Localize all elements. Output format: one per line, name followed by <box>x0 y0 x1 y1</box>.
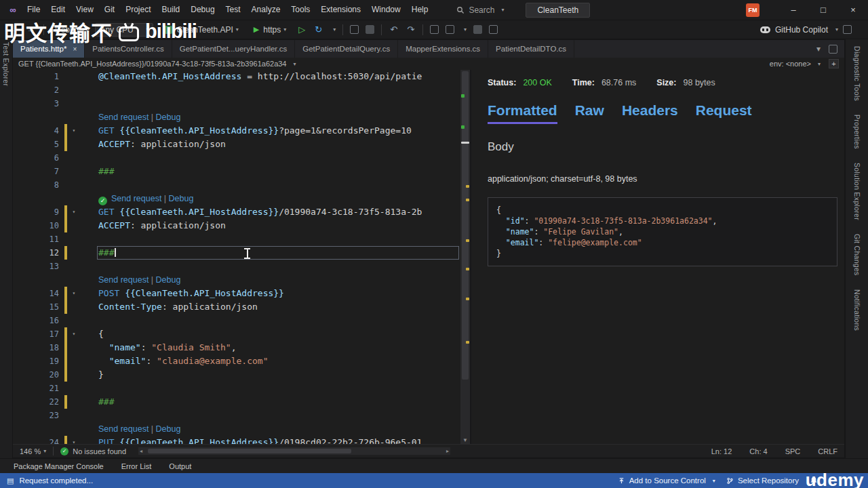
response-tab-formatted[interactable]: Formatted <box>488 102 557 124</box>
line-content[interactable]: PUT {{CleanTeeth.API_HostAddress}}/0198c… <box>97 436 459 444</box>
send-request-link[interactable]: Send request <box>98 113 149 122</box>
platform-dropdown[interactable]: Any CPU▾ <box>95 23 153 37</box>
menu-help[interactable]: Help <box>406 0 434 20</box>
select-repository-button[interactable]: Select Repository <box>726 476 799 485</box>
line-content[interactable]: Content-Type: application/json <box>97 300 459 314</box>
line-content[interactable] <box>97 178 459 192</box>
line-content[interactable] <box>97 232 459 246</box>
debug-request-link[interactable]: Debug <box>156 424 181 434</box>
panel-tab-output[interactable]: Output <box>169 462 191 470</box>
line-content[interactable]: POST {{CleanTeeth.API_HostAddress}} <box>97 287 459 300</box>
solution-name-badge[interactable]: CleanTeeth <box>526 3 590 18</box>
tab-mapperextensions-cs[interactable]: MapperExtensions.cs <box>398 40 488 58</box>
panel-tab-package-manager-console[interactable]: Package Manager Console <box>14 462 104 470</box>
hot-reload-icon[interactable]: ↻ <box>313 24 323 35</box>
fold-chevron-icon[interactable]: ▾ <box>68 287 79 300</box>
notifications-bell-icon[interactable] <box>810 476 818 485</box>
line-content[interactable]: Send request | Debug <box>97 273 459 287</box>
line-content[interactable] <box>97 382 459 395</box>
bookmark-icon[interactable] <box>473 25 482 34</box>
configuration-dropdown[interactable]: Debug▾ <box>51 24 88 36</box>
feedback-icon[interactable] <box>843 25 852 34</box>
line-content[interactable] <box>97 83 459 97</box>
tool-tab-test-explorer[interactable]: Test Explorer <box>2 42 10 445</box>
tab-patientdetaildto-cs[interactable]: PatientDetailDTO.cs <box>488 40 574 58</box>
debug-request-link[interactable]: Debug <box>156 275 181 285</box>
send-request-link[interactable]: Send request <box>111 194 161 203</box>
start-debugging-button[interactable]: ▶ https▾ <box>250 24 291 36</box>
redo-icon[interactable]: ↷ <box>406 24 416 35</box>
menu-file[interactable]: File <box>22 0 45 20</box>
spaces-indicator[interactable]: SPC <box>785 447 801 455</box>
send-request-link[interactable]: Send request <box>98 275 149 285</box>
line-content[interactable]: Send request | Debug <box>97 110 459 124</box>
line-content[interactable] <box>97 314 459 327</box>
line-content[interactable]: GET {{CleanTeeth.API_HostAddress}}?page=… <box>97 124 459 138</box>
add-environment-button[interactable]: + <box>829 59 839 68</box>
scrollbar-thumb[interactable] <box>462 71 469 380</box>
line-content[interactable]: ### <box>97 246 459 260</box>
user-avatar[interactable]: FM <box>746 3 760 17</box>
send-request-link[interactable]: Send request <box>98 424 149 434</box>
menu-edit[interactable]: Edit <box>45 0 71 20</box>
debug-request-link[interactable]: Debug <box>169 194 194 203</box>
line-content[interactable]: { <box>97 327 459 341</box>
uncomment-icon[interactable] <box>446 25 454 34</box>
save-all-icon[interactable] <box>366 25 374 34</box>
line-content[interactable]: ### <box>97 165 459 178</box>
copilot-button[interactable]: GitHub Copilot ▾ <box>760 25 852 35</box>
code-editor[interactable]: 1@CleanTeeth.API_HostAddress = http://lo… <box>13 70 470 444</box>
tool-tab-notifications[interactable]: Notifications <box>853 289 861 331</box>
response-tab-request[interactable]: Request <box>696 102 752 124</box>
tab-patientscontroller-cs[interactable]: PatientsController.cs <box>85 40 172 58</box>
search-box[interactable]: Search ▾ <box>451 4 509 16</box>
line-content[interactable]: ACCEPT: application/json <box>97 219 459 232</box>
close-button[interactable]: × <box>838 0 868 20</box>
tool-tab-solution-explorer[interactable]: Solution Explorer <box>853 163 861 220</box>
menu-debug[interactable]: Debug <box>185 0 220 20</box>
maximize-button[interactable]: □ <box>808 0 838 20</box>
line-content[interactable] <box>97 97 459 110</box>
line-content[interactable]: @CleanTeeth.API_HostAddress = http://loc… <box>97 70 459 83</box>
request-selector[interactable]: GET {{CleanTeeth.API_HostAddress}}/01990… <box>18 60 286 68</box>
line-ending-indicator[interactable]: CRLF <box>818 447 837 455</box>
tab-patients-http[interactable]: Patients.http*× <box>13 40 85 58</box>
start-without-debugging-icon[interactable]: ▷ <box>297 24 307 35</box>
menu-extensions[interactable]: Extensions <box>315 0 366 20</box>
scroll-right-arrow-icon[interactable]: ▸ <box>446 447 449 455</box>
add-to-source-control-button[interactable]: Add to Source Control ▾ <box>618 476 715 485</box>
menu-project[interactable]: Project <box>120 0 156 20</box>
line-content[interactable]: "name": "Claudia Smith", <box>97 341 459 354</box>
horizontal-scrollbar[interactable]: ◂ ▸ <box>138 447 450 455</box>
issues-indicator[interactable]: ✓ No issues found <box>60 447 126 455</box>
line-content[interactable]: ACCEPT: application/json <box>97 138 459 151</box>
fold-chevron-icon[interactable]: ▾ <box>68 124 79 138</box>
environment-selector[interactable]: env: <none> <box>770 60 811 68</box>
line-content[interactable]: ### <box>97 395 459 409</box>
tool-tab-properties[interactable]: Properties <box>853 115 861 149</box>
menu-git[interactable]: Git <box>99 0 120 20</box>
debug-request-link[interactable]: Debug <box>156 113 181 122</box>
menu-window[interactable]: Window <box>366 0 406 20</box>
vertical-scrollbar[interactable]: ▼ <box>460 70 470 444</box>
undo-icon[interactable]: ↶ <box>389 24 399 35</box>
scrollbar-thumb[interactable] <box>148 449 351 453</box>
navigate-backward-icon[interactable]: ← <box>7 24 18 35</box>
zoom-control[interactable]: 146 % ▾ <box>20 447 46 455</box>
scroll-left-arrow-icon[interactable]: ◂ <box>140 447 142 455</box>
line-content[interactable] <box>97 409 459 422</box>
tab-getpatientdetailquery-cs[interactable]: GetPatientDetailQuery.cs <box>295 40 398 58</box>
fold-chevron-icon[interactable]: ▾ <box>68 205 79 219</box>
tab-getpatientdet-ueryhandler-cs[interactable]: GetPatientDet...ueryHandler.cs <box>172 40 296 58</box>
menu-test[interactable]: Test <box>220 0 246 20</box>
line-content[interactable] <box>97 260 459 273</box>
comment-icon[interactable] <box>430 25 439 34</box>
line-content[interactable] <box>97 151 459 165</box>
fold-chevron-icon[interactable]: ▾ <box>68 327 79 341</box>
menu-view[interactable]: View <box>71 0 99 20</box>
bookmark-list-icon[interactable] <box>489 25 498 34</box>
fold-chevron-icon[interactable]: ▾ <box>68 436 79 444</box>
menu-tools[interactable]: Tools <box>285 0 315 20</box>
response-body-json[interactable]: { "id": "01990a74-3c18-73f5-813a-2b3961a… <box>488 197 837 266</box>
line-content[interactable]: ✓Send request | Debug <box>97 192 459 205</box>
